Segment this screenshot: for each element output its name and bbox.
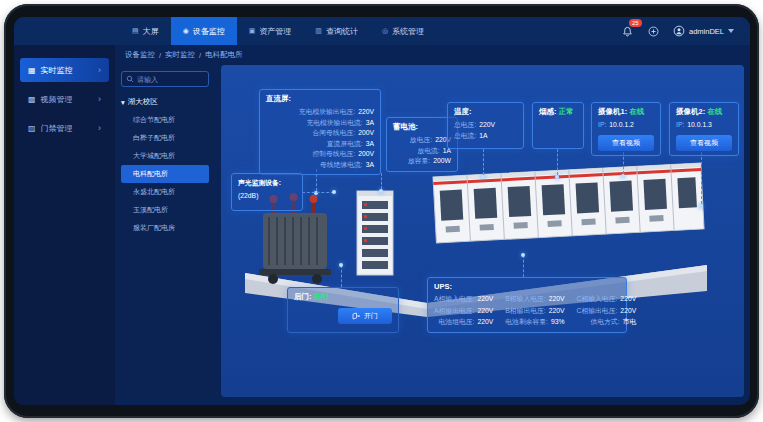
metric-value: 220V bbox=[549, 307, 565, 314]
metric-value: 220V bbox=[358, 108, 374, 115]
panel-title: 后门: 关闭 bbox=[294, 292, 392, 302]
tree-search-box[interactable] bbox=[121, 71, 209, 87]
chevron-right-icon: › bbox=[98, 65, 101, 75]
tab-device-monitoring[interactable]: ◉ 设备监控 bbox=[171, 17, 237, 45]
tree-root-node[interactable]: ▾ 湖大校区 bbox=[121, 97, 209, 107]
metric-value: 220V bbox=[477, 307, 493, 314]
tab-label: 查询统计 bbox=[326, 26, 358, 37]
metric-label: 放电流: bbox=[417, 147, 439, 154]
metric-label: 直流屏电流: bbox=[327, 140, 363, 147]
metric-value: 220V bbox=[620, 307, 636, 314]
metric-value: 220V bbox=[477, 318, 493, 325]
panel-title: 温度: bbox=[454, 107, 517, 117]
user-menu[interactable]: adminDEL bbox=[673, 25, 734, 37]
sound-monitor-panel: 声光监测设备: (22dB) bbox=[231, 173, 303, 211]
breadcrumb-item[interactable]: 设备监控 bbox=[125, 50, 155, 60]
breadcrumb: 设备监控 / 实时监控 / 电科配电所 bbox=[115, 45, 750, 65]
sidebar-item-label: 门禁管理 bbox=[41, 123, 73, 134]
search-input[interactable] bbox=[137, 76, 204, 83]
sidebar-item-access-control[interactable]: ▨ 门禁管理 › bbox=[20, 116, 109, 140]
camera1-panel: 摄像机1: 在线 IP:10.0.1.2 查看视频 bbox=[591, 102, 661, 156]
monitor-icon: ◉ bbox=[183, 27, 189, 35]
connector-dot bbox=[332, 190, 336, 194]
connector-line bbox=[483, 149, 484, 175]
metric-label: 充电模块输出电压: bbox=[299, 108, 355, 115]
sidebar-item-label: 实时监控 bbox=[41, 65, 73, 76]
tree-root-label: 湖大校区 bbox=[128, 97, 158, 107]
connector-line bbox=[523, 255, 524, 277]
metric-value: 220V bbox=[549, 295, 565, 302]
notification-bell-button[interactable]: 25 bbox=[621, 24, 635, 38]
bell-icon bbox=[622, 26, 633, 37]
metric-label: A相输入电压: bbox=[434, 295, 474, 302]
sidebar-item-video-management[interactable]: ▩ 视频管理 › bbox=[20, 87, 109, 111]
tree-item[interactable]: 大学城配电所 bbox=[121, 147, 209, 165]
view-video-button[interactable]: 查看视频 bbox=[598, 135, 654, 151]
status-badge: 正常 bbox=[559, 107, 574, 116]
panel-title: 蓄电池: bbox=[393, 122, 451, 132]
notification-badge: 25 bbox=[629, 19, 642, 27]
connector-dot bbox=[521, 253, 525, 257]
fullscreen-icon bbox=[648, 26, 659, 37]
status-badge: 在线 bbox=[629, 107, 644, 116]
dashboard-icon: ▤ bbox=[132, 27, 139, 35]
metric-label: 放容量: bbox=[408, 157, 430, 164]
tree-item[interactable]: 永盛北配电所 bbox=[121, 183, 209, 201]
camera2-panel: 摄像机2: 在线 IP:10.0.1.3 查看视频 bbox=[669, 102, 739, 156]
door-icon: ▨ bbox=[28, 124, 36, 133]
open-door-button[interactable]: 开门 bbox=[338, 308, 392, 324]
tab-label: 大屏 bbox=[143, 26, 159, 37]
ups-panel: UPS: A相输入电压:220V B相输入电压:220V C相输入电压:220V… bbox=[427, 277, 627, 333]
substation-tree-panel: ▾ 湖大校区 综合节配电所 白桦子配电所 大学城配电所 电科配电所 永盛北配电所… bbox=[115, 65, 215, 397]
door-panel: 后门: 关闭 开门 bbox=[287, 287, 399, 333]
sidebar-item-realtime-monitoring[interactable]: ▦ 实时监控 › bbox=[20, 58, 109, 82]
fullscreen-button[interactable] bbox=[647, 24, 661, 38]
panel-title: 声光监测设备: bbox=[238, 178, 296, 188]
metric-label: C相输出电压: bbox=[577, 307, 618, 314]
tree-item-selected[interactable]: 电科配电所 bbox=[121, 165, 209, 183]
panel-title: 直流屏: bbox=[266, 94, 374, 104]
system-icon: ◎ bbox=[382, 27, 388, 35]
metric-label: 母线绝缘电流: bbox=[320, 161, 363, 168]
connector-dot bbox=[339, 263, 343, 267]
tree-item[interactable]: 服装厂配电房 bbox=[121, 219, 209, 237]
asset-icon: ▣ bbox=[249, 27, 256, 35]
tab-dashboard[interactable]: ▤ 大屏 bbox=[120, 17, 171, 45]
username: adminDEL bbox=[689, 27, 724, 36]
tree-item[interactable]: 玉溪配电所 bbox=[121, 201, 209, 219]
metric-value: 220V bbox=[477, 295, 493, 302]
tree-item[interactable]: 白桦子配电所 bbox=[121, 129, 209, 147]
metric-value: 200V bbox=[358, 150, 374, 157]
connector-line bbox=[341, 265, 342, 287]
chevron-down-icon bbox=[728, 29, 734, 33]
connector-dot bbox=[621, 174, 625, 178]
tab-asset-management[interactable]: ▣ 资产管理 bbox=[237, 17, 304, 45]
app-window: ▤ 大屏 ◉ 设备监控 ▣ 资产管理 ▥ 查询统计 ◎ 系统管理 25 bbox=[14, 17, 750, 405]
breadcrumb-item[interactable]: 实时监控 bbox=[165, 50, 195, 60]
connector-line bbox=[302, 192, 334, 193]
metric-value: 200W bbox=[433, 157, 451, 164]
tree-item[interactable]: 综合节配电所 bbox=[121, 111, 209, 129]
main-visualization-stage: 直流屏: 充电模块输出电压:220V 充电模块输出电流:3A 合闸母线电压:20… bbox=[221, 65, 744, 397]
metric-label: B相输入电压: bbox=[505, 295, 545, 302]
panel-title: 烟感: 正常 bbox=[539, 107, 577, 117]
metric-label: 电池剩余容量: bbox=[505, 318, 548, 325]
metric-label: 充电模块输出电流: bbox=[306, 119, 362, 126]
tab-system-management[interactable]: ◎ 系统管理 bbox=[370, 17, 436, 45]
connector-line bbox=[701, 152, 702, 204]
metric-value: 市电 bbox=[623, 318, 637, 325]
metric-value: 3A bbox=[366, 119, 374, 126]
metric-label: C相输入电压: bbox=[577, 295, 618, 302]
battery-cabinet bbox=[357, 191, 393, 275]
metric-value: 220V bbox=[479, 121, 495, 128]
user-avatar-icon bbox=[673, 25, 685, 37]
tab-label: 系统管理 bbox=[392, 26, 424, 37]
open-door-label: 开门 bbox=[364, 311, 378, 321]
tab-query-statistics[interactable]: ▥ 查询统计 bbox=[303, 17, 370, 45]
video-icon: ▩ bbox=[28, 95, 36, 104]
chevron-right-icon: › bbox=[98, 123, 101, 133]
metric-label: 合闸母线电压: bbox=[312, 129, 355, 136]
metric-label: 总电压: bbox=[454, 121, 476, 128]
chevron-right-icon: › bbox=[98, 94, 101, 104]
view-video-button[interactable]: 查看视频 bbox=[676, 135, 732, 151]
